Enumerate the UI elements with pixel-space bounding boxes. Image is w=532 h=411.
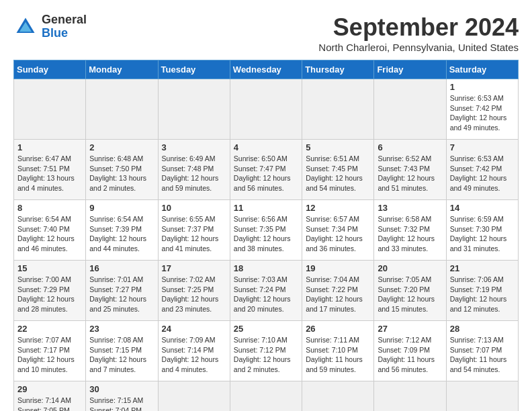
cell-content: Sunrise: 7:13 AMSunset: 7:07 PMDaylight:… [450, 336, 507, 373]
calendar-cell: 20Sunrise: 7:05 AMSunset: 7:20 PMDayligh… [374, 261, 446, 321]
cell-content: Sunrise: 6:53 AMSunset: 7:42 PMDaylight:… [450, 94, 507, 132]
calendar-cell [446, 381, 518, 412]
day-header-monday: Monday [86, 60, 158, 79]
cell-content: Sunrise: 6:56 AMSunset: 7:35 PMDaylight:… [234, 215, 291, 253]
calendar-cell: 12Sunrise: 6:57 AMSunset: 7:34 PMDayligh… [302, 200, 374, 261]
cell-content: Sunrise: 6:57 AMSunset: 7:34 PMDaylight:… [306, 215, 363, 253]
day-number: 6 [378, 142, 442, 152]
calendar-cell: 22Sunrise: 7:07 AMSunset: 7:17 PMDayligh… [14, 321, 86, 381]
logo-blue: Blue [42, 26, 68, 40]
calendar-cell: 1Sunrise: 6:47 AMSunset: 7:51 PMDaylight… [14, 140, 86, 200]
cell-content: Sunrise: 6:55 AMSunset: 7:37 PMDaylight:… [162, 215, 219, 253]
day-number: 19 [306, 263, 370, 273]
cell-content: Sunrise: 7:08 AMSunset: 7:15 PMDaylight:… [89, 336, 146, 373]
month-title: September 2024 [318, 13, 519, 42]
calendar-cell [302, 79, 374, 140]
calendar-cell [374, 79, 446, 140]
calendar-cell: 30Sunrise: 7:15 AMSunset: 7:04 PMDayligh… [86, 381, 158, 412]
calendar-cell: 8Sunrise: 6:54 AMSunset: 7:40 PMDaylight… [14, 200, 86, 261]
cell-content: Sunrise: 7:09 AMSunset: 7:14 PMDaylight:… [162, 336, 219, 373]
day-number: 11 [234, 203, 298, 213]
calendar-week-row: 15Sunrise: 7:00 AMSunset: 7:29 PMDayligh… [14, 261, 519, 321]
cell-content: Sunrise: 7:01 AMSunset: 7:27 PMDaylight:… [89, 275, 146, 313]
day-number: 25 [234, 324, 298, 334]
day-number: 28 [450, 324, 515, 334]
calendar-cell [230, 381, 302, 412]
calendar-cell: 14Sunrise: 6:59 AMSunset: 7:30 PMDayligh… [446, 200, 518, 261]
day-header-thursday: Thursday [302, 60, 374, 79]
title-block: September 2024 North Charleroi, Pennsylv… [318, 13, 519, 53]
calendar-cell: 11Sunrise: 6:56 AMSunset: 7:35 PMDayligh… [230, 200, 302, 261]
calendar-cell: 3Sunrise: 6:49 AMSunset: 7:48 PMDaylight… [158, 140, 230, 200]
calendar-cell: 29Sunrise: 7:14 AMSunset: 7:05 PMDayligh… [14, 381, 86, 412]
day-number: 9 [89, 203, 154, 213]
day-number: 10 [162, 203, 226, 213]
calendar-cell [302, 381, 374, 412]
calendar-cell: 19Sunrise: 7:04 AMSunset: 7:22 PMDayligh… [302, 261, 374, 321]
cell-content: Sunrise: 6:47 AMSunset: 7:51 PMDaylight:… [17, 154, 75, 192]
calendar-cell: 25Sunrise: 7:10 AMSunset: 7:12 PMDayligh… [230, 321, 302, 381]
day-number: 24 [162, 324, 226, 334]
day-number: 5 [306, 142, 370, 152]
calendar-cell: 13Sunrise: 6:58 AMSunset: 7:32 PMDayligh… [374, 200, 446, 261]
cell-content: Sunrise: 7:02 AMSunset: 7:25 PMDaylight:… [162, 275, 219, 313]
calendar-cell [158, 79, 230, 140]
day-number: 2 [89, 142, 154, 152]
calendar-body: 1Sunrise: 6:53 AMSunset: 7:42 PMDaylight… [14, 79, 519, 412]
calendar-cell: 5Sunrise: 6:51 AMSunset: 7:45 PMDaylight… [302, 140, 374, 200]
calendar-cell: 1Sunrise: 6:53 AMSunset: 7:42 PMDaylight… [446, 79, 518, 140]
day-number: 4 [234, 142, 298, 152]
cell-content: Sunrise: 6:59 AMSunset: 7:30 PMDaylight:… [450, 215, 507, 253]
cell-content: Sunrise: 7:10 AMSunset: 7:12 PMDaylight:… [234, 336, 291, 373]
cell-content: Sunrise: 6:54 AMSunset: 7:39 PMDaylight:… [89, 215, 146, 253]
day-number: 15 [17, 263, 82, 273]
calendar-cell: 16Sunrise: 7:01 AMSunset: 7:27 PMDayligh… [86, 261, 158, 321]
day-number: 14 [450, 203, 515, 213]
day-number: 30 [89, 384, 154, 394]
calendar-cell: 4Sunrise: 6:50 AMSunset: 7:47 PMDaylight… [230, 140, 302, 200]
calendar-cell: 21Sunrise: 7:06 AMSunset: 7:19 PMDayligh… [446, 261, 518, 321]
day-header-wednesday: Wednesday [230, 60, 302, 79]
page-header: General Blue September 2024 North Charle… [13, 13, 519, 53]
cell-content: Sunrise: 6:48 AMSunset: 7:50 PMDaylight:… [89, 154, 146, 192]
day-number: 3 [162, 142, 226, 152]
calendar-cell: 6Sunrise: 6:52 AMSunset: 7:43 PMDaylight… [374, 140, 446, 200]
location: North Charleroi, Pennsylvania, United St… [318, 42, 519, 53]
calendar-cell [374, 381, 446, 412]
calendar-cell: 27Sunrise: 7:12 AMSunset: 7:09 PMDayligh… [374, 321, 446, 381]
calendar-cell: 24Sunrise: 7:09 AMSunset: 7:14 PMDayligh… [158, 321, 230, 381]
calendar-cell: 10Sunrise: 6:55 AMSunset: 7:37 PMDayligh… [158, 200, 230, 261]
calendar-cell: 17Sunrise: 7:02 AMSunset: 7:25 PMDayligh… [158, 261, 230, 321]
calendar-cell [158, 381, 230, 412]
calendar-table: SundayMondayTuesdayWednesdayThursdayFrid… [13, 60, 519, 411]
cell-content: Sunrise: 7:11 AMSunset: 7:10 PMDaylight:… [306, 336, 363, 373]
cell-content: Sunrise: 6:52 AMSunset: 7:43 PMDaylight:… [378, 154, 435, 192]
cell-content: Sunrise: 7:12 AMSunset: 7:09 PMDaylight:… [378, 336, 435, 373]
logo-general: General [42, 13, 87, 26]
day-number: 1 [17, 142, 82, 152]
day-number: 22 [17, 324, 82, 334]
calendar-cell: 7Sunrise: 6:53 AMSunset: 7:42 PMDaylight… [446, 140, 518, 200]
calendar-cell: 15Sunrise: 7:00 AMSunset: 7:29 PMDayligh… [14, 261, 86, 321]
cell-content: Sunrise: 6:51 AMSunset: 7:45 PMDaylight:… [306, 154, 363, 192]
day-number: 12 [306, 203, 370, 213]
calendar-cell [86, 79, 158, 140]
cell-content: Sunrise: 7:15 AMSunset: 7:04 PMDaylight:… [89, 396, 146, 411]
day-number: 23 [89, 324, 154, 334]
day-number: 1 [450, 82, 515, 92]
calendar-cell: 18Sunrise: 7:03 AMSunset: 7:24 PMDayligh… [230, 261, 302, 321]
cell-content: Sunrise: 7:03 AMSunset: 7:24 PMDaylight:… [234, 275, 291, 313]
logo-text: General Blue [42, 13, 87, 40]
calendar-week-row: 22Sunrise: 7:07 AMSunset: 7:17 PMDayligh… [14, 321, 519, 381]
day-number: 21 [450, 263, 515, 273]
calendar-week-row: 8Sunrise: 6:54 AMSunset: 7:40 PMDaylight… [14, 200, 519, 261]
calendar-cell: 26Sunrise: 7:11 AMSunset: 7:10 PMDayligh… [302, 321, 374, 381]
day-header-sunday: Sunday [14, 60, 86, 79]
day-header-friday: Friday [374, 60, 446, 79]
calendar-header-row: SundayMondayTuesdayWednesdayThursdayFrid… [14, 60, 519, 79]
cell-content: Sunrise: 7:00 AMSunset: 7:29 PMDaylight:… [17, 275, 75, 313]
day-header-tuesday: Tuesday [158, 60, 230, 79]
cell-content: Sunrise: 7:14 AMSunset: 7:05 PMDaylight:… [17, 396, 75, 411]
cell-content: Sunrise: 7:07 AMSunset: 7:17 PMDaylight:… [17, 336, 75, 373]
calendar-cell: 23Sunrise: 7:08 AMSunset: 7:15 PMDayligh… [86, 321, 158, 381]
